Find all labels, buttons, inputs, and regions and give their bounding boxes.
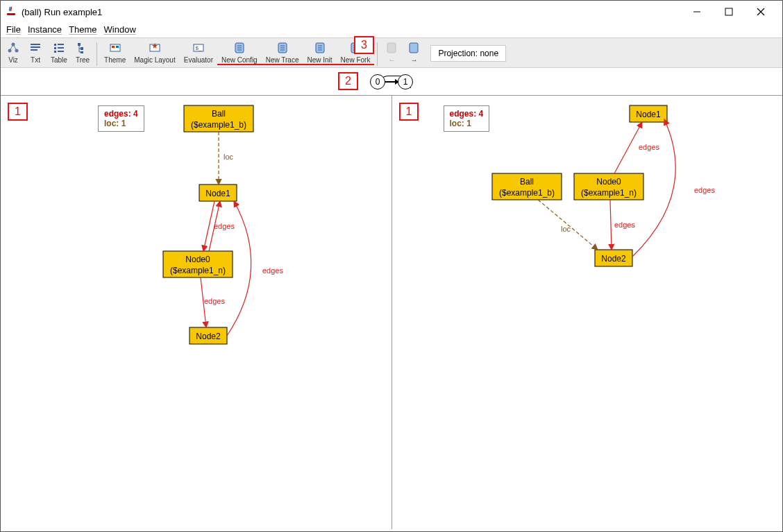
scroll-prev-icon (385, 41, 398, 55)
svg-line-9 (13, 44, 17, 51)
state-node-1[interactable]: 1 (398, 74, 413, 89)
svg-rect-15 (54, 51, 56, 53)
evaluator-label: Evaluator (184, 56, 213, 64)
nav-next-label: → (410, 56, 417, 64)
svg-rect-19 (78, 43, 81, 46)
scroll-icon (313, 41, 327, 55)
projection-label[interactable]: Projection: none (430, 45, 506, 62)
toolbar-separator (377, 42, 378, 66)
evaluator-button[interactable]: $_ Evaluator (180, 41, 217, 64)
node-ball-label1: Ball (519, 177, 533, 187)
graph-left: Ball ($example1_b) Node1 Node0 ($example… (1, 96, 392, 519)
txt-icon (28, 41, 42, 55)
viz-label: Viz (8, 56, 18, 64)
state-arrow (385, 81, 398, 83)
menu-instance[interactable]: Instance (28, 24, 62, 35)
titlebar: (ball) Run example1 (1, 1, 782, 23)
svg-rect-49 (410, 43, 418, 53)
window-title: (ball) Run example1 (22, 7, 102, 17)
magic-layout-button[interactable]: Magic Layout (130, 41, 179, 64)
new-config-button[interactable]: New Config (217, 41, 262, 65)
node-node0-label1: Node0 (185, 255, 210, 264)
txt-button[interactable]: Txt (24, 41, 47, 64)
edge-e3-label: edges (694, 186, 715, 194)
node-node2-label: Node2 (601, 254, 626, 264)
node-node0-label1: Node0 (596, 177, 621, 187)
menu-window[interactable]: Window (104, 24, 136, 35)
table-button[interactable]: Table (47, 41, 71, 64)
new-config-label: New Config (221, 56, 258, 64)
svg-rect-13 (54, 44, 56, 46)
edge-e2-label: edges (204, 297, 225, 305)
graph-pane-left[interactable]: 1 edges: 4 loc: 1 Ball ($example1_b) Nod… (1, 96, 392, 529)
tree-label: Tree (76, 56, 90, 64)
nav-next-button[interactable]: → (403, 41, 425, 64)
state-bar: 2 0 1 (1, 68, 782, 96)
graph-panes: 1 edges: 4 loc: 1 Ball ($example1_b) Nod… (1, 96, 782, 529)
scroll-icon (233, 41, 246, 55)
graph-pane-right[interactable]: 1 edges: 4 loc: 1 Node1 Ball ($example1_… (392, 96, 783, 529)
node-node2-label: Node2 (196, 332, 221, 341)
node-node1-label: Node1 (205, 189, 230, 198)
menu-file[interactable]: File (6, 24, 21, 35)
table-label: Table (51, 56, 67, 64)
node-ball-label1: Ball (212, 109, 226, 119)
edge-e2-label: edges (614, 221, 635, 229)
txt-label: Txt (31, 56, 40, 64)
svg-rect-27 (116, 46, 119, 48)
svg-rect-48 (387, 43, 396, 53)
svg-rect-20 (81, 47, 83, 50)
state-node-0[interactable]: 0 (370, 74, 385, 89)
new-fork-label: New Fork (341, 56, 371, 64)
edge-loc-label: loc (224, 153, 234, 161)
theme-button[interactable]: Theme (100, 41, 130, 64)
edge-n1-n0 (203, 201, 214, 251)
graph-right: Node1 Ball ($example1_b) Node0 ($example… (392, 96, 783, 519)
table-icon (52, 41, 66, 55)
svg-rect-14 (54, 47, 56, 49)
edge-n0-n2 (610, 200, 612, 250)
new-trace-button[interactable]: New Trace (262, 41, 303, 65)
minimize-button[interactable] (681, 1, 713, 23)
menubar: File Instance Theme Window (1, 23, 782, 37)
menu-theme[interactable]: Theme (69, 24, 96, 35)
toolbar: Viz Txt Table Tree Theme Magic Layout $_… (1, 37, 782, 68)
svg-text:$_: $_ (195, 45, 201, 51)
java-icon (6, 6, 17, 17)
tree-button[interactable]: Tree (71, 41, 94, 64)
scroll-next-icon (407, 41, 421, 55)
new-trace-label: New Trace (266, 56, 299, 64)
svg-rect-26 (112, 46, 115, 48)
new-init-button[interactable]: New Init (303, 41, 336, 65)
tree-icon (76, 41, 90, 55)
viz-button[interactable]: Viz (2, 41, 24, 64)
theme-icon (108, 41, 122, 55)
viz-icon (6, 41, 20, 55)
nav-prev-button[interactable]: ← (380, 41, 403, 64)
svg-rect-0 (7, 13, 15, 15)
theme-label: Theme (104, 56, 126, 64)
edge-n0-n1 (614, 122, 642, 173)
node-node0-label2: ($example1_n) (170, 266, 226, 275)
edge-loc-label: loc (560, 225, 571, 233)
node-node1-label: Node1 (636, 110, 661, 119)
edge-e3-label: edges (262, 266, 283, 275)
magic-layout-label: Magic Layout (134, 56, 175, 64)
edge-e1-label: edges (214, 222, 235, 230)
scroll-icon (276, 41, 289, 55)
nav-prev-label: ← (388, 56, 395, 64)
node-ball-label2: ($example1_b) (191, 120, 246, 130)
node-ball-label2: ($example1_b) (498, 188, 554, 198)
close-button[interactable] (745, 1, 777, 23)
edge-e1-label: edges (639, 143, 659, 151)
magic-layout-icon (148, 41, 162, 55)
svg-line-8 (10, 44, 13, 51)
svg-rect-21 (81, 51, 83, 53)
callout-2: 2 (338, 72, 358, 90)
toolbar-separator (96, 42, 97, 66)
node-node0-label2: ($example1_n) (580, 188, 636, 198)
svg-rect-2 (725, 8, 732, 15)
callout-3: 3 (354, 36, 374, 54)
maximize-button[interactable] (713, 1, 745, 23)
evaluator-icon: $_ (192, 41, 205, 55)
